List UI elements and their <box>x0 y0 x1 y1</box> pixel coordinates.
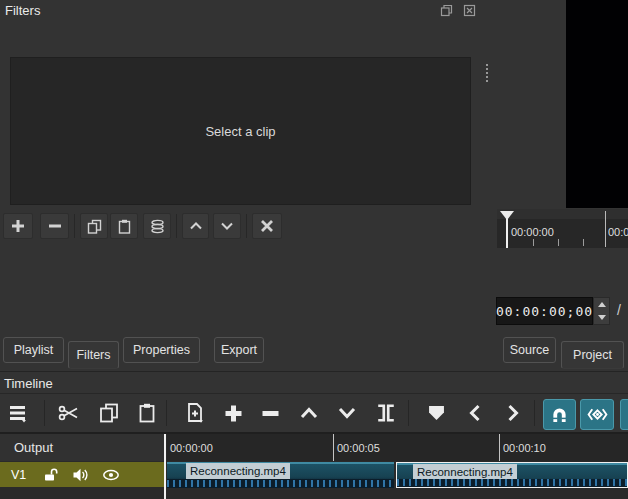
float-panel-button[interactable] <box>438 3 454 17</box>
timeline-ruler[interactable]: 00:00:00 00:00:05 00:00:10 <box>167 434 628 461</box>
scrubber-playhead-handle[interactable] <box>500 211 514 220</box>
tab-label: Filters <box>76 348 110 362</box>
track-header-v1[interactable]: V1 <box>0 462 164 487</box>
overwrite-button[interactable] <box>330 398 364 428</box>
scrubber-inout-bar <box>497 209 628 219</box>
copy-icon <box>99 403 119 423</box>
filter-stack-icon <box>150 219 165 234</box>
tab-filters[interactable]: Filters <box>68 341 119 369</box>
split-button[interactable] <box>368 398 404 428</box>
tab-project[interactable]: Project <box>561 341 624 369</box>
audio-waveform <box>397 479 627 486</box>
magnet-icon <box>550 406 569 423</box>
dock-divider <box>0 371 628 372</box>
ripple-delete-add-button[interactable] <box>216 398 250 428</box>
tab-label: Properties <box>133 343 190 357</box>
eye-icon[interactable] <box>102 468 120 482</box>
panel-splitter-handle[interactable] <box>486 64 488 82</box>
separator <box>408 400 409 426</box>
lock-open-icon[interactable] <box>42 467 58 483</box>
tab-playlist[interactable]: Playlist <box>3 337 64 363</box>
clip-name-chip: Reconnecting.mp4 <box>186 463 290 479</box>
hamburger-menu-icon <box>8 403 28 423</box>
chevron-up-icon <box>299 406 319 420</box>
plus-icon <box>224 404 243 423</box>
output-label: Output <box>14 440 53 455</box>
duration-separator: / <box>617 302 621 318</box>
speaker-icon[interactable] <box>72 467 89 483</box>
scrub-while-dragging-toggle-button[interactable] <box>580 399 614 430</box>
ruler-time-label: 00:00:00 <box>170 442 213 454</box>
scissors-icon <box>58 403 80 423</box>
ruler-major-tick <box>499 434 500 461</box>
timeline-panel-title: Timeline <box>4 376 53 391</box>
minus-icon <box>48 219 62 233</box>
lift-button[interactable] <box>292 398 326 428</box>
timeline-clip[interactable]: Reconnecting.mp4 <box>167 462 394 488</box>
paste-button[interactable] <box>130 398 164 428</box>
plus-icon <box>11 219 25 233</box>
tab-label: Export <box>221 343 257 357</box>
track-name: V1 <box>11 468 26 482</box>
timecode-value: 00:00:00;00 <box>496 304 593 319</box>
cut-button[interactable] <box>52 398 86 428</box>
marker-button[interactable] <box>418 398 454 428</box>
timeline-playhead[interactable] <box>164 434 166 499</box>
close-panel-button[interactable] <box>461 3 477 17</box>
add-filter-button[interactable] <box>3 213 33 239</box>
tab-export[interactable]: Export <box>214 337 264 363</box>
current-position-field[interactable]: 00:00:00;00 <box>496 297 593 325</box>
scrubber-minor-tick <box>533 239 534 246</box>
ruler-time-label: 00:00:10 <box>503 442 546 454</box>
scrubber-time-label: 00:0 <box>608 226 628 238</box>
ripple-toggle-button[interactable] <box>620 399 628 430</box>
separator <box>44 400 45 426</box>
separator <box>246 214 247 238</box>
deselect-x-icon <box>260 219 274 233</box>
tab-label: Source <box>510 343 550 357</box>
timecode-spinner[interactable] <box>593 297 610 325</box>
scrubber-major-tick <box>605 211 606 247</box>
spinner-down-button[interactable] <box>594 311 609 324</box>
snap-toggle-button[interactable] <box>543 399 576 430</box>
deselect-filter-button[interactable] <box>252 213 282 239</box>
remove-filter-button[interactable] <box>40 213 69 239</box>
tab-properties[interactable]: Properties <box>123 337 200 363</box>
ruler-major-tick <box>333 434 334 461</box>
tab-source[interactable]: Source <box>503 337 556 363</box>
ruler-time-label: 00:00:05 <box>337 442 380 454</box>
previous-marker-button[interactable] <box>457 398 493 428</box>
split-icon <box>376 404 396 422</box>
separator <box>74 214 75 238</box>
timeline-menu-button[interactable] <box>2 398 34 428</box>
copy-button[interactable] <box>92 398 126 428</box>
spinner-up-button[interactable] <box>594 298 609 311</box>
spin-down-icon <box>598 315 606 320</box>
separator <box>166 400 167 426</box>
chevron-right-icon <box>506 403 520 423</box>
audio-waveform <box>167 480 394 487</box>
move-filter-down-button[interactable] <box>213 213 241 239</box>
chevron-down-icon <box>220 221 234 231</box>
timeline-clip-selected[interactable]: Reconnecting.mp4 <box>396 462 628 488</box>
clip-name-chip: Reconnecting.mp4 <box>413 464 517 480</box>
append-clip-icon <box>183 402 205 424</box>
video-preview <box>566 0 628 208</box>
copy-icon <box>87 219 102 234</box>
ripple-delete-remove-button[interactable] <box>254 398 286 428</box>
separator <box>534 400 535 426</box>
copy-filters-button[interactable] <box>80 213 108 239</box>
minus-icon <box>261 404 280 423</box>
append-button[interactable] <box>176 398 212 428</box>
spin-up-icon <box>598 302 606 307</box>
paste-filters-button[interactable] <box>110 213 138 239</box>
output-track-header[interactable]: Output <box>0 434 164 461</box>
save-filter-set-button[interactable] <box>143 213 171 239</box>
move-filter-up-button[interactable] <box>182 213 209 239</box>
paste-icon <box>117 219 132 234</box>
filters-panel-title: Filters <box>5 3 40 18</box>
player-scrubber[interactable]: 00:00:00 00:0 <box>497 209 628 248</box>
scrubber-minor-tick <box>583 239 584 246</box>
chevron-up-icon <box>189 221 203 231</box>
next-marker-button[interactable] <box>495 398 531 428</box>
